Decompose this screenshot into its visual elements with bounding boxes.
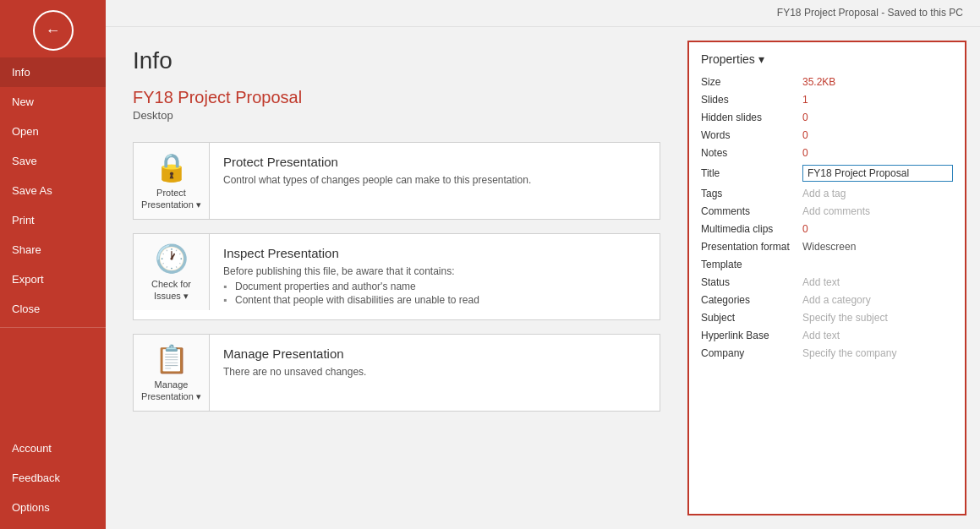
prop-label: Multimedia clips <box>701 223 802 235</box>
saved-status: Saved to this PC <box>888 7 963 19</box>
properties-header[interactable]: Properties ▾ <box>701 52 953 66</box>
prop-label: Tags <box>701 188 802 199</box>
prop-value[interactable]: 35.2KB <box>802 76 953 88</box>
prop-value[interactable]: 0 <box>802 223 953 235</box>
sidebar-item-export[interactable]: Export <box>0 264 106 294</box>
sidebar-item-new[interactable]: New <box>0 87 106 117</box>
prop-value[interactable]: Add a tag <box>802 188 953 199</box>
sidebar-item-info[interactable]: Info <box>0 57 106 87</box>
card-content-inspect: Inspect PresentationBefore publishing th… <box>210 234 660 319</box>
prop-row: Notes0 <box>701 147 953 159</box>
card-inspect: 🕐Check for Issues ▾Inspect PresentationB… <box>133 233 660 320</box>
prop-label: Hidden slides <box>701 112 802 123</box>
sidebar-item-open[interactable]: Open <box>0 117 106 146</box>
sidebar-nav: InfoNewOpenSaveSave AsPrintShareExportCl… <box>0 57 106 529</box>
prop-row: Hyperlink BaseAdd text <box>701 330 953 341</box>
prop-value[interactable]: 0 <box>802 129 953 141</box>
card-icon-area-inspect[interactable]: 🕐Check for Issues ▾ <box>134 234 210 310</box>
prop-row: CategoriesAdd a category <box>701 294 953 306</box>
cards-container: 🔒Protect Presentation ▾Protect Presentat… <box>133 142 660 412</box>
prop-value[interactable]: Add text <box>802 330 953 341</box>
prop-row: Template <box>701 259 953 270</box>
prop-value[interactable]: Add comments <box>802 205 953 217</box>
back-button[interactable]: ← <box>33 10 74 51</box>
inspect-icon: 🕐 <box>155 243 189 275</box>
sidebar-item-account[interactable]: Account <box>0 434 106 463</box>
card-heading-manage: Manage Presentation <box>223 346 646 361</box>
prop-row: StatusAdd text <box>701 276 953 288</box>
prop-row: SubjectSpecify the subject <box>701 312 953 324</box>
left-panel: Info FY18 Project Proposal Desktop 🔒Prot… <box>106 27 687 529</box>
prop-label: Status <box>701 276 802 288</box>
prop-value[interactable]: Add a category <box>802 294 953 306</box>
card-desc-manage: There are no unsaved changes. <box>223 366 646 378</box>
sidebar-item-options[interactable]: Options <box>0 493 106 522</box>
prop-value[interactable]: 0 <box>802 147 953 159</box>
page-title: Info <box>133 47 660 74</box>
manage-icon: 📋 <box>155 343 189 375</box>
top-bar: FY18 Project Proposal - Saved to this PC <box>106 0 980 27</box>
doc-title: FY18 Project Proposal <box>133 88 660 107</box>
card-icon-area-protect[interactable]: 🔒Protect Presentation ▾ <box>134 143 210 219</box>
prop-row: CommentsAdd comments <box>701 205 953 217</box>
sidebar-item-print[interactable]: Print <box>0 205 106 235</box>
bullet-item: Content that people with disabilities ar… <box>223 294 646 306</box>
prop-row: Words0 <box>701 129 953 141</box>
filename-label: FY18 Project Proposal <box>777 7 879 19</box>
prop-value[interactable]: 1 <box>802 94 953 106</box>
prop-label: Template <box>701 259 802 270</box>
card-icon-area-manage[interactable]: 📋Manage Presentation ▾ <box>134 335 210 411</box>
prop-label: Title <box>701 167 802 179</box>
sidebar-item-close[interactable]: Close <box>0 294 106 324</box>
prop-label: Size <box>701 76 802 88</box>
card-heading-protect: Protect Presentation <box>223 155 646 169</box>
prop-row: TagsAdd a tag <box>701 188 953 199</box>
prop-label: Categories <box>701 294 802 306</box>
card-desc-protect: Control what types of changes people can… <box>223 174 646 186</box>
card-content-manage: Manage PresentationThere are no unsaved … <box>210 335 660 393</box>
prop-label: Hyperlink Base <box>701 330 802 341</box>
sidebar-item-save-as[interactable]: Save As <box>0 176 106 205</box>
card-desc-inspect: Before publishing this file, be aware th… <box>223 265 646 277</box>
card-bullets-inspect: Document properties and author's nameCon… <box>223 281 646 306</box>
prop-value[interactable]: FY18 Project Proposal <box>802 165 953 182</box>
prop-label: Subject <box>701 312 802 324</box>
content-area: Info FY18 Project Proposal Desktop 🔒Prot… <box>106 27 980 529</box>
prop-row: TitleFY18 Project Proposal <box>701 165 953 182</box>
separator: - <box>881 7 887 19</box>
prop-row: Hidden slides0 <box>701 112 953 123</box>
prop-label: Slides <box>701 94 802 106</box>
prop-label: Presentation format <box>701 241 802 253</box>
prop-label: Company <box>701 347 802 359</box>
manage-icon-label: Manage Presentation ▾ <box>141 379 201 403</box>
prop-row: Size35.2KB <box>701 76 953 88</box>
prop-value[interactable]: 0 <box>802 112 953 123</box>
prop-row: Multimedia clips0 <box>701 223 953 235</box>
prop-value[interactable]: Specify the subject <box>802 312 953 324</box>
prop-label: Comments <box>701 205 802 217</box>
sidebar-item-feedback[interactable]: Feedback <box>0 463 106 493</box>
prop-value[interactable]: Specify the company <box>802 347 953 359</box>
card-protect: 🔒Protect Presentation ▾Protect Presentat… <box>133 142 660 220</box>
sidebar-item-save[interactable]: Save <box>0 146 106 176</box>
main-content: FY18 Project Proposal - Saved to this PC… <box>106 0 980 529</box>
prop-label: Words <box>701 129 802 141</box>
card-manage: 📋Manage Presentation ▾Manage Presentatio… <box>133 334 660 412</box>
inspect-icon-label: Check for Issues ▾ <box>151 278 191 303</box>
properties-rows: Size35.2KBSlides1Hidden slides0Words0Not… <box>701 76 953 359</box>
bullet-item: Document properties and author's name <box>223 281 646 292</box>
prop-value[interactable]: Add text <box>802 276 953 288</box>
properties-panel: Properties ▾ Size35.2KBSlides1Hidden sli… <box>687 41 966 515</box>
card-heading-inspect: Inspect Presentation <box>223 246 646 260</box>
sidebar-item-share[interactable]: Share <box>0 235 106 264</box>
protect-icon: 🔒 <box>155 151 189 183</box>
sidebar: ← InfoNewOpenSaveSave AsPrintShareExport… <box>0 0 106 529</box>
prop-row: CompanySpecify the company <box>701 347 953 359</box>
prop-label: Notes <box>701 147 802 159</box>
doc-location: Desktop <box>133 109 660 122</box>
prop-row: Presentation formatWidescreen <box>701 241 953 253</box>
prop-row: Slides1 <box>701 94 953 106</box>
card-content-protect: Protect PresentationControl what types o… <box>210 143 660 201</box>
prop-value: Widescreen <box>802 241 953 253</box>
protect-icon-label: Protect Presentation ▾ <box>141 187 201 211</box>
